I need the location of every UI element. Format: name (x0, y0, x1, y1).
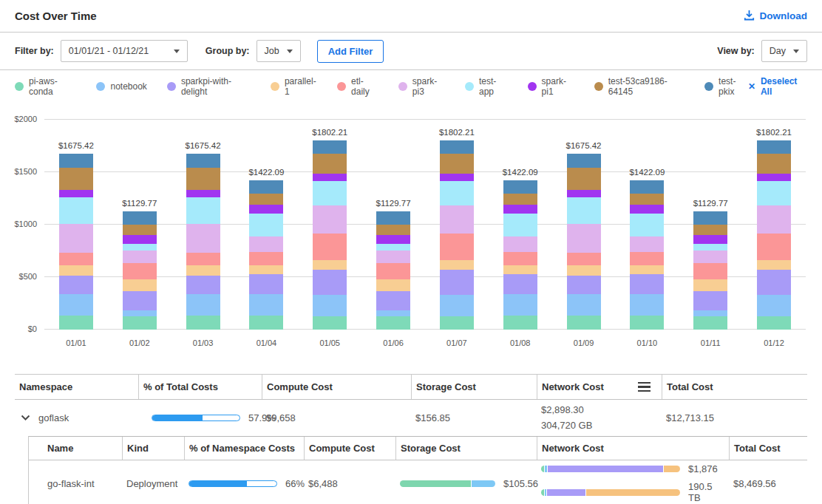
column-header-kind[interactable]: Kind (122, 437, 184, 460)
column-header-storage[interactable]: Storage Cost (395, 437, 537, 460)
bar-segment-etl-daily[interactable] (567, 253, 601, 265)
bar-segment-notebook[interactable] (313, 295, 347, 316)
legend-item-spark-pi3[interactable]: spark-pi3 (398, 76, 445, 97)
legend-item-sparkpi-with-delight[interactable]: sparkpi-with-delight (167, 76, 251, 97)
download-button[interactable]: Download (744, 10, 808, 23)
bar-segment-parallel-1[interactable] (503, 265, 537, 274)
column-header-compute[interactable]: Compute Cost (262, 375, 411, 399)
bar-segment-etl-daily[interactable] (503, 252, 537, 265)
bar-segment-test-app[interactable] (313, 181, 347, 205)
bar-segment-test-53ca9186-64145[interactable] (567, 168, 601, 189)
bar-segment-parallel-1[interactable] (59, 265, 93, 276)
bar-segment-notebook[interactable] (693, 310, 727, 316)
bar-segment-sparkpi-with-delight[interactable] (440, 270, 474, 296)
column-header-network[interactable]: Network Cost (537, 375, 662, 399)
view-by-dropdown[interactable]: Day (761, 40, 807, 62)
legend-item-test-53ca9186-64145[interactable]: test-53ca9186-64145 (594, 76, 685, 97)
legend-item-test-app[interactable]: test-app (465, 76, 508, 97)
bar-segment-spark-pi1[interactable] (123, 235, 157, 244)
column-header-name[interactable]: Name (29, 437, 122, 460)
column-header-total[interactable]: Total Cost (662, 375, 807, 399)
bar-segment-notebook[interactable] (503, 294, 537, 316)
stacked-bar[interactable] (249, 180, 283, 330)
bar-segment-pi-aws-conda[interactable] (630, 316, 664, 330)
bar-segment-test-pkix[interactable] (376, 211, 410, 225)
bar-segment-spark-pi3[interactable] (567, 224, 601, 253)
bar-segment-notebook[interactable] (757, 295, 791, 316)
bar-segment-test-53ca9186-64145[interactable] (630, 194, 664, 204)
bar-segment-spark-pi1[interactable] (440, 174, 474, 181)
bar-segment-test-53ca9186-64145[interactable] (503, 194, 537, 204)
bar-segment-spark-pi3[interactable] (249, 236, 283, 252)
stacked-bar[interactable] (757, 140, 791, 330)
bar-segment-spark-pi1[interactable] (249, 205, 283, 214)
bar-segment-test-app[interactable] (757, 181, 791, 205)
bar-segment-parallel-1[interactable] (440, 260, 474, 270)
bar-segment-pi-aws-conda[interactable] (757, 316, 791, 330)
column-header-namespace[interactable]: Namespace (15, 375, 138, 399)
bar-segment-test-53ca9186-64145[interactable] (376, 225, 410, 235)
bar-segment-test-53ca9186-64145[interactable] (313, 154, 347, 174)
stacked-bar[interactable] (186, 154, 220, 330)
legend-item-spark-pi1[interactable]: spark-pi1 (528, 76, 574, 97)
bar-segment-sparkpi-with-delight[interactable] (313, 270, 347, 296)
bar-segment-notebook[interactable] (249, 294, 283, 316)
deselect-all-button[interactable]: ✕ Deselect All (748, 76, 807, 97)
bar-segment-test-pkix[interactable] (186, 154, 220, 168)
bar-segment-test-53ca9186-64145[interactable] (757, 154, 791, 174)
bar-segment-pi-aws-conda[interactable] (313, 316, 347, 330)
bar-segment-test-pkix[interactable] (249, 180, 283, 194)
bar-segment-etl-daily[interactable] (186, 253, 220, 265)
bar-segment-test-pkix[interactable] (313, 140, 347, 154)
namespace-expand-toggle[interactable]: goflask (15, 409, 138, 426)
bar-segment-notebook[interactable] (630, 294, 664, 316)
bar-segment-parallel-1[interactable] (567, 265, 601, 276)
bar-segment-spark-pi3[interactable] (440, 205, 474, 234)
bar-segment-sparkpi-with-delight[interactable] (503, 274, 537, 295)
stacked-bar[interactable] (567, 154, 601, 330)
bar-segment-parallel-1[interactable] (186, 265, 220, 276)
bar-segment-etl-daily[interactable] (59, 253, 93, 265)
bar-segment-notebook[interactable] (123, 310, 157, 316)
column-header-compute[interactable]: Compute Cost (304, 437, 395, 460)
bar-segment-notebook[interactable] (567, 294, 601, 315)
bar-segment-sparkpi-with-delight[interactable] (376, 291, 410, 310)
legend-item-etl-daily[interactable]: etl-daily (337, 76, 378, 97)
bar-segment-parallel-1[interactable] (757, 260, 791, 270)
bar-segment-spark-pi1[interactable] (313, 174, 347, 181)
bar-segment-sparkpi-with-delight[interactable] (693, 291, 727, 310)
bar-segment-sparkpi-with-delight[interactable] (123, 291, 157, 310)
bar-segment-spark-pi1[interactable] (757, 174, 791, 181)
bar-segment-test-app[interactable] (376, 244, 410, 250)
bar-segment-etl-daily[interactable] (693, 263, 727, 279)
column-header-pct-namespace[interactable]: % of Namespace Costs (184, 437, 304, 460)
bar-segment-spark-pi3[interactable] (503, 236, 537, 252)
column-header-network[interactable]: Network Cost (537, 437, 729, 460)
bar-segment-test-app[interactable] (693, 244, 727, 250)
bar-segment-spark-pi3[interactable] (313, 205, 347, 234)
legend-item-test-pkix[interactable]: test-pkix (704, 76, 748, 97)
bar-segment-parallel-1[interactable] (693, 279, 727, 291)
bar-segment-sparkpi-with-delight[interactable] (249, 274, 283, 295)
bar-segment-notebook[interactable] (376, 310, 410, 316)
stacked-bar[interactable] (313, 140, 347, 330)
bar-segment-notebook[interactable] (186, 294, 220, 315)
bar-segment-test-53ca9186-64145[interactable] (249, 194, 283, 204)
group-by-dropdown[interactable]: Job (257, 40, 301, 62)
bar-segment-parallel-1[interactable] (376, 279, 410, 291)
bar-segment-spark-pi3[interactable] (757, 205, 791, 234)
bar-segment-test-53ca9186-64145[interactable] (186, 168, 220, 189)
legend-item-notebook[interactable]: notebook (96, 81, 146, 92)
stacked-bar[interactable] (693, 211, 727, 330)
bar-segment-test-53ca9186-64145[interactable] (59, 168, 93, 189)
bar-segment-test-app[interactable] (59, 197, 93, 224)
bar-segment-spark-pi1[interactable] (630, 205, 664, 214)
bar-segment-spark-pi1[interactable] (567, 190, 601, 198)
bar-segment-sparkpi-with-delight[interactable] (630, 274, 664, 295)
bar-segment-notebook[interactable] (59, 294, 93, 315)
bar-segment-sparkpi-with-delight[interactable] (757, 270, 791, 296)
bar-segment-spark-pi1[interactable] (503, 205, 537, 214)
bar-segment-test-app[interactable] (123, 244, 157, 250)
bar-segment-notebook[interactable] (440, 295, 474, 316)
bar-segment-test-app[interactable] (440, 181, 474, 205)
